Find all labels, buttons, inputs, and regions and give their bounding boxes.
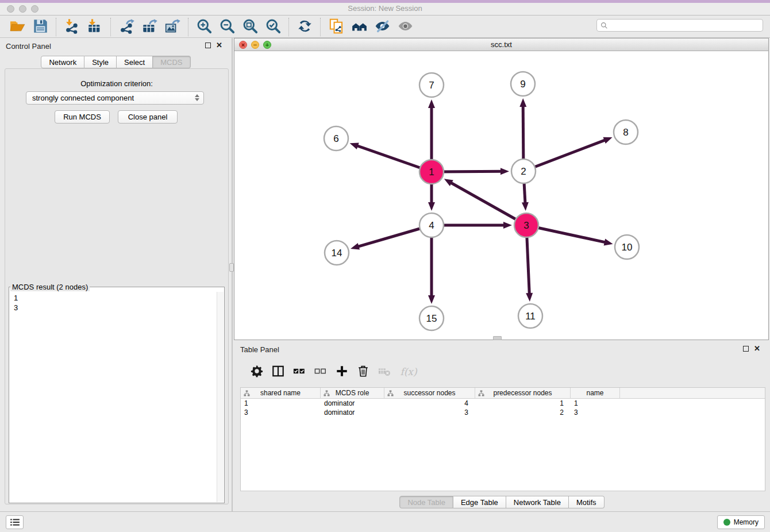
window-titlebar: Session: New Session [0,0,770,16]
table-row[interactable]: 1dominator411 [241,399,765,408]
edge-2-8[interactable] [523,140,606,171]
delete-trash-button[interactable] [355,363,372,380]
titlebar-accent [0,0,770,3]
control-panel-tabs: NetworkStyleSelectMCDS [0,56,232,68]
settings-gear-button[interactable] [248,363,265,380]
mcds-result-scrollbar[interactable] [217,292,224,502]
column-header-name[interactable]: name [571,388,620,399]
hide-selected-button[interactable] [371,17,394,37]
mcds-result-item: 3 [14,303,216,313]
import-network-button[interactable] [60,17,83,37]
show-panels-list-button[interactable] [6,515,24,529]
export-image-button[interactable] [161,17,184,37]
add-column-button[interactable] [333,363,351,380]
cell-name[interactable]: 3 [571,408,620,417]
tab-edge-table[interactable]: Edge Table [453,496,506,508]
import-table-icon [87,18,103,36]
search-icon [600,22,608,29]
column-header-predecessor-nodes[interactable]: predecessor nodes [475,388,571,399]
cell-name[interactable]: 1 [571,399,620,408]
add-column-icon [336,365,348,379]
memory-label: Memory [734,518,759,526]
search-box[interactable] [596,19,763,32]
open-session-button[interactable] [6,17,29,37]
save-session-button[interactable] [29,17,52,37]
edge-3-1[interactable] [451,183,526,225]
column-header-label: name [586,389,603,397]
cell-shared-name[interactable]: 1 [241,399,321,408]
zoom-out-button[interactable] [215,17,238,37]
cell-successor-nodes[interactable]: 3 [384,408,475,417]
panel-splitter-handle[interactable] [229,263,234,272]
tab-node-table[interactable]: Node Table [399,496,453,508]
close-table-panel-icon[interactable]: ✕ [754,345,760,352]
chevron-up-down-icon [195,94,199,101]
tab-network-table[interactable]: Network Table [506,496,569,508]
export-table-button[interactable] [138,17,161,37]
function-builder-icon: f(x) [400,366,417,377]
network-graph-canvas[interactable]: 7968124314101511 [234,52,768,340]
hide-selected-icon [375,18,390,36]
cell-MCDS-role[interactable]: dominator [321,399,384,408]
float-panel-icon[interactable] [205,43,211,48]
table-panel: Table Panel ✕ f(x) shared nameMCDS roles… [234,342,770,511]
network-window-titlebar[interactable]: × − + scc.txt [234,38,768,51]
search-input[interactable] [610,21,759,30]
delete-column-button[interactable] [376,363,393,380]
export-network-button[interactable] [115,17,138,37]
arrowhead-icon [428,99,435,108]
table-row[interactable]: 3dominator323 [241,408,765,417]
zoom-selected-icon [265,18,281,36]
control-panel: Control Panel ✕ NetworkStyleSelectMCDS O… [0,38,233,511]
cell-predecessor-nodes[interactable]: 2 [475,408,571,417]
network-graph: 7968124314101511 [234,52,768,340]
select-all-checkboxes-button[interactable] [291,363,308,380]
arrowhead-icon [351,243,360,250]
tab-mcds[interactable]: MCDS [153,56,190,68]
toolbar-separator [188,18,188,36]
application-window: Session: New Session Control Panel ✕ Net… [0,0,770,532]
column-header-successor-nodes[interactable]: successor nodes [384,388,475,399]
cell-successor-nodes[interactable]: 4 [384,399,475,408]
column-header-label: predecessor nodes [493,389,552,397]
close-panel-icon[interactable]: ✕ [216,42,222,49]
criterion-select[interactable]: strongly connected component [26,91,204,105]
function-builder-button[interactable]: f(x) [397,363,420,380]
run-mcds-button[interactable]: Run MCDS [55,110,110,124]
cell-shared-name[interactable]: 3 [241,408,321,417]
close-panel-button[interactable]: Close panel [118,110,178,124]
tab-network[interactable]: Network [41,56,84,68]
import-table-button[interactable] [83,17,106,37]
show-all-icon [398,18,413,36]
arrowhead-icon [350,143,359,149]
deselect-all-checkboxes-icon [314,365,327,379]
table-header-row: shared nameMCDS rolesuccessor nodesprede… [241,388,765,399]
tab-motifs[interactable]: Motifs [569,496,605,508]
arrowhead-icon [526,293,533,302]
column-header-shared-name[interactable]: shared name [241,388,321,399]
show-all-button[interactable] [394,17,417,37]
column-header-MCDS-role[interactable]: MCDS role [321,388,384,399]
delete-trash-icon [357,365,369,379]
zoom-selected-button[interactable] [261,17,284,37]
deselect-all-checkboxes-button[interactable] [312,363,329,380]
arrowhead-icon [503,222,512,229]
tab-select[interactable]: Select [117,56,153,68]
refresh-button[interactable] [293,17,316,37]
mcds-result-item: 1 [14,293,216,303]
network-resize-handle[interactable] [493,336,502,340]
zoom-fit-button[interactable] [238,17,261,37]
tab-style[interactable]: Style [84,56,117,68]
split-columns-button[interactable] [270,363,287,380]
duplicate-network-button[interactable] [325,17,348,37]
arrowhead-icon [519,98,526,107]
zoom-in-button[interactable] [192,17,215,37]
cell-predecessor-nodes[interactable]: 1 [475,399,571,408]
open-session-icon [10,18,25,36]
first-neighbors-button[interactable] [348,17,371,37]
node-table: shared nameMCDS rolesuccessor nodesprede… [240,387,765,491]
node-label-10: 10 [622,242,633,253]
cell-MCDS-role[interactable]: dominator [321,408,384,417]
memory-button[interactable]: Memory [717,515,765,529]
float-table-panel-icon[interactable] [743,346,749,352]
